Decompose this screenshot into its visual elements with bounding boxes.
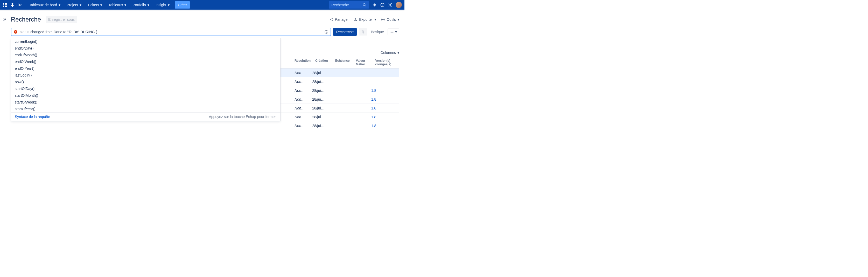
- export-button[interactable]: Exporter ▾: [353, 18, 376, 22]
- suggestion-item[interactable]: now(): [11, 79, 280, 85]
- col-business-value[interactable]: Valeur Métier: [352, 59, 372, 66]
- expand-sidebar-icon[interactable]: [2, 17, 7, 22]
- cell-created: 28/juil./20: [309, 80, 328, 84]
- share-icon: [329, 18, 333, 22]
- notifications-icon[interactable]: [372, 3, 377, 7]
- page-header: Recherche Enregistrer sous Partager Expo…: [11, 16, 399, 23]
- cell-resolution: Non résolu: [291, 106, 309, 110]
- jql-help-icon[interactable]: [324, 30, 329, 34]
- cell-fix-version[interactable]: 1.8: [368, 115, 399, 119]
- app-switcher-icon[interactable]: [3, 3, 7, 7]
- suggestion-item[interactable]: startOfYear(): [11, 105, 280, 112]
- col-due[interactable]: Echéance: [332, 59, 352, 66]
- settings-icon[interactable]: [388, 3, 393, 7]
- cell-resolution: Non résolu: [291, 97, 309, 101]
- suggestion-item[interactable]: currentLogin(): [11, 38, 280, 45]
- global-search[interactable]: [329, 1, 369, 8]
- svg-rect-13: [15, 33, 16, 33]
- nav-item-tickets[interactable]: Tickets▾: [85, 0, 105, 9]
- suggestion-item[interactable]: endOfDay(): [11, 45, 280, 52]
- svg-line-8: [331, 19, 332, 20]
- page-title: Recherche: [11, 16, 41, 23]
- cell-created: 28/juil./20: [309, 71, 328, 75]
- jql-error-icon: [13, 30, 18, 34]
- help-icon[interactable]: [380, 3, 385, 7]
- tools-button[interactable]: Outils ▾: [381, 18, 399, 22]
- svg-point-0: [363, 3, 365, 5]
- suggestion-item[interactable]: startOfWeek(): [11, 99, 280, 105]
- jql-suggestions-dropdown: currentLogin() endOfDay() endOfMonth() e…: [11, 38, 281, 121]
- user-avatar[interactable]: [396, 2, 402, 8]
- view-options-button[interactable]: ▾: [388, 29, 399, 35]
- cell-fix-version[interactable]: 1.8: [368, 124, 399, 128]
- basic-mode-link[interactable]: Basique: [369, 30, 385, 34]
- col-created[interactable]: Création: [312, 59, 332, 66]
- list-icon: [390, 30, 394, 34]
- gear-icon: [381, 18, 385, 22]
- cell-created: 28/juil./20: [309, 124, 328, 128]
- cell-resolution: Non résolu: [291, 71, 309, 75]
- jql-search-row: Recherche Basique ▾: [11, 28, 399, 36]
- cell-created: 28/juil./20: [309, 97, 328, 101]
- product-logo[interactable]: Jira: [10, 2, 23, 7]
- create-button[interactable]: Créer: [175, 1, 190, 8]
- global-search-input[interactable]: [331, 3, 363, 7]
- jql-input[interactable]: [20, 30, 324, 34]
- nav-item-insight[interactable]: Insight▾: [152, 0, 173, 9]
- nav-item-portfolio[interactable]: Portfolio▾: [129, 0, 152, 9]
- svg-point-10: [382, 19, 383, 20]
- share-button[interactable]: Partager: [329, 18, 349, 22]
- syntax-help-link[interactable]: Syntaxe de la requête: [15, 115, 50, 119]
- suggestion-item[interactable]: startOfDay(): [11, 85, 280, 92]
- svg-point-7: [332, 20, 333, 21]
- escape-hint: Appuyez sur la touche Échap pour fermer.: [209, 115, 277, 119]
- cell-fix-version[interactable]: 1.8: [368, 106, 399, 110]
- svg-point-5: [330, 19, 331, 20]
- top-navigation: Jira Tableaux de bord▾ Projets▾ Tickets▾…: [0, 0, 404, 9]
- svg-line-1: [365, 5, 366, 6]
- table-row[interactable]: Non résolu28/juil./201.8: [11, 121, 399, 130]
- search-icon: [363, 3, 367, 7]
- search-button[interactable]: Recherche: [333, 28, 357, 36]
- suggestion-item[interactable]: lastLogin(): [11, 72, 280, 79]
- suggestion-item[interactable]: endOfMonth(): [11, 52, 280, 58]
- col-fix-versions[interactable]: Version(s) corrigée(s): [372, 59, 399, 66]
- cell-created: 28/juil./20: [309, 106, 328, 110]
- product-name: Jira: [17, 3, 23, 7]
- jira-logo-icon: [10, 2, 15, 7]
- svg-rect-12: [15, 31, 16, 32]
- cell-resolution: Non résolu: [291, 115, 309, 119]
- cell-resolution: Non résolu: [291, 124, 309, 128]
- col-resolution[interactable]: Résolution: [291, 59, 312, 66]
- nav-item-projects[interactable]: Projets▾: [64, 0, 85, 9]
- svg-point-6: [332, 18, 333, 19]
- save-as-button[interactable]: Enregistrer sous: [45, 16, 77, 23]
- svg-point-4: [390, 4, 391, 5]
- cell-created: 28/juil./20: [309, 115, 328, 119]
- cell-resolution: Non résolu: [291, 88, 309, 93]
- columns-toggle[interactable]: Colonnes ▾: [381, 51, 399, 55]
- jql-input-wrapper[interactable]: [11, 28, 331, 36]
- suggestion-item[interactable]: startOfMonth(): [11, 92, 280, 99]
- suggestion-item[interactable]: endOfWeek(): [11, 58, 280, 65]
- nav-items: Tableaux de bord▾ Projets▾ Tickets▾ Tabl…: [26, 0, 329, 9]
- switch-icon: [361, 30, 365, 34]
- svg-point-3: [382, 6, 383, 6]
- switch-mode-button[interactable]: [359, 28, 367, 35]
- cell-fix-version[interactable]: 1.8: [368, 88, 399, 93]
- export-icon: [353, 18, 358, 22]
- cell-fix-version[interactable]: 1.8: [368, 97, 399, 101]
- svg-point-15: [326, 33, 327, 33]
- cell-created: 28/juil./20: [309, 88, 328, 93]
- suggestion-item[interactable]: endOfYear(): [11, 65, 280, 72]
- cell-resolution: Non résolu: [291, 80, 309, 84]
- nav-item-dashboards[interactable]: Tableaux de bord▾: [26, 0, 64, 9]
- nav-item-boards[interactable]: Tableaux▾: [105, 0, 129, 9]
- svg-line-9: [331, 20, 332, 21]
